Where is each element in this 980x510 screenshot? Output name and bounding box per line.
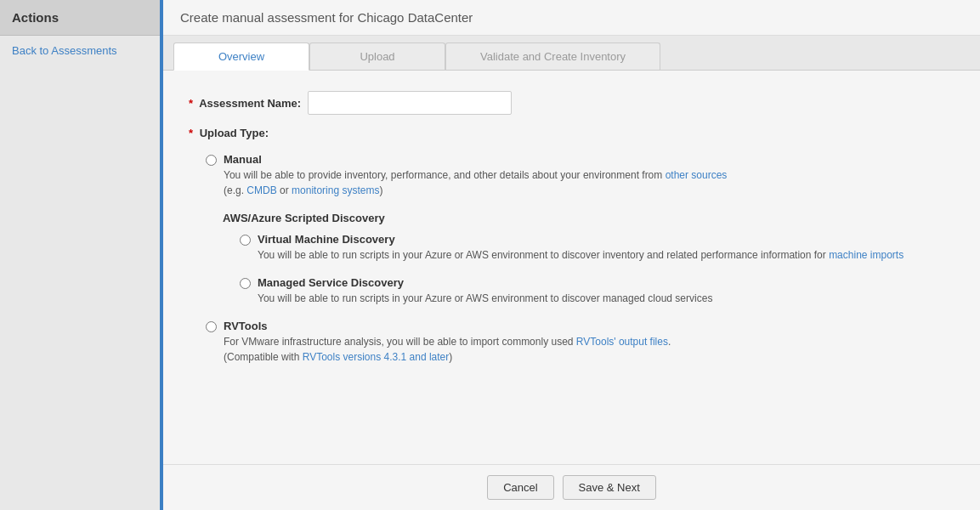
tab-validate[interactable]: Validate and Create Inventory (445, 42, 660, 70)
form-area: * Assessment Name: * Upload Type: Man (163, 71, 980, 464)
manual-desc1: You will be able to provide inventory, p… (224, 167, 727, 183)
page-title: Create manual assessment for Chicago Dat… (180, 10, 473, 25)
assessment-name-input[interactable] (308, 91, 512, 115)
sidebar-title: Actions (12, 10, 59, 25)
manual-desc2: (e.g. CMDB or monitoring systems) (224, 183, 727, 198)
radio-option-msd: Managed Service Discovery You will be ab… (240, 276, 955, 306)
radio-option-rvtools: RVTools For VMware infrastructure analys… (206, 320, 955, 365)
required-star-name: * (189, 97, 193, 110)
aws-azure-section: AWS/Azure Scripted Discovery Virtual Mac… (223, 212, 955, 306)
radio-manual[interactable] (206, 155, 217, 166)
page-header: Create manual assessment for Chicago Dat… (163, 0, 980, 36)
rvtools-content: RVTools For VMware infrastructure analys… (224, 320, 671, 365)
vmd-content: Virtual Machine Discovery You will be ab… (258, 233, 904, 263)
upload-type-row: * Upload Type: (189, 127, 955, 139)
manual-content: Manual You will be able to provide inven… (224, 153, 727, 198)
aws-sub-options: Virtual Machine Discovery You will be ab… (240, 233, 955, 306)
radio-option-vmd: Virtual Machine Discovery You will be ab… (240, 233, 955, 263)
assessment-name-label: * Assessment Name: (189, 97, 308, 110)
manual-label[interactable]: Manual (224, 153, 727, 166)
back-to-assessments-link[interactable]: Back to Assessments (12, 44, 117, 57)
rvtools-desc1: For VMware infrastructure analysis, you … (224, 334, 671, 349)
footer-bar: Cancel Save & Next (163, 464, 980, 510)
radio-section: Manual You will be able to provide inven… (206, 153, 955, 365)
tab-overview[interactable]: Overview (173, 42, 309, 71)
vmd-desc: You will be able to run scripts in your … (258, 247, 904, 263)
msd-desc: You will be able to run scripts in your … (258, 291, 712, 306)
tab-upload[interactable]: Upload (309, 42, 445, 70)
radio-msd[interactable] (240, 278, 251, 289)
radio-option-manual: Manual You will be able to provide inven… (206, 153, 955, 198)
sidebar-nav: Back to Assessments (0, 36, 160, 65)
save-next-button[interactable]: Save & Next (563, 475, 656, 500)
vmd-label[interactable]: Virtual Machine Discovery (258, 233, 904, 246)
main-content: Create manual assessment for Chicago Dat… (163, 0, 980, 510)
tabs-bar: Overview Upload Validate and Create Inve… (163, 36, 980, 71)
radio-vmd[interactable] (240, 235, 251, 246)
cancel-button[interactable]: Cancel (487, 475, 553, 500)
radio-rvtools[interactable] (206, 321, 217, 332)
required-star-upload: * (189, 127, 193, 139)
sidebar: Actions Back to Assessments (0, 0, 163, 510)
msd-content: Managed Service Discovery You will be ab… (258, 276, 712, 306)
aws-section-title: AWS/Azure Scripted Discovery (223, 212, 955, 224)
rvtools-desc2: (Compatible with RVTools versions 4.3.1 … (224, 349, 671, 365)
upload-type-label: * Upload Type: (189, 127, 308, 139)
assessment-name-row: * Assessment Name: (189, 91, 955, 115)
rvtools-label[interactable]: RVTools (224, 320, 671, 332)
sidebar-header: Actions (0, 0, 160, 36)
msd-label[interactable]: Managed Service Discovery (258, 276, 712, 289)
